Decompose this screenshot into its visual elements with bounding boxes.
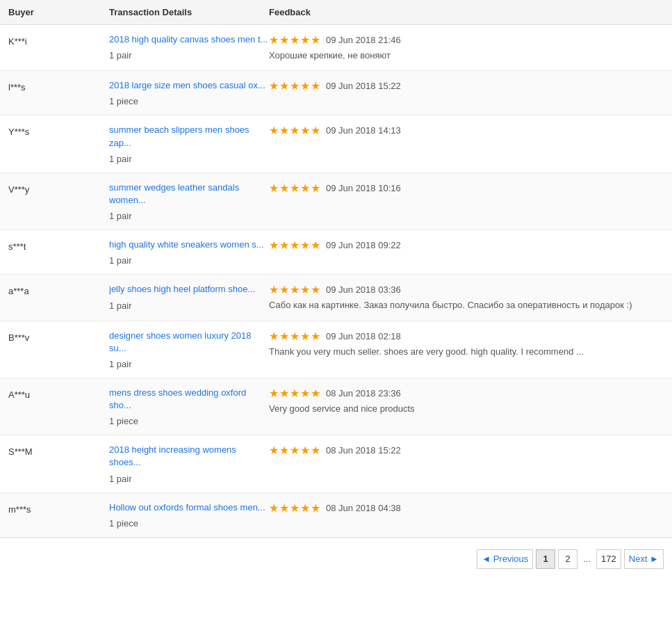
timestamp: 09 Jun 2018 02:18 (326, 331, 401, 341)
star-icon: ★ (279, 239, 289, 252)
star-icon: ★ (300, 283, 310, 296)
star-icon: ★ (269, 387, 279, 400)
transaction-link[interactable]: designer shoes women luxury 2018 su... (109, 330, 252, 353)
star-icon: ★ (300, 79, 310, 92)
table-row: Y***s summer beach slippers men shoes za… (0, 115, 672, 172)
rating-row: ★★★★★ 08 Jun 2018 23:36 (269, 387, 664, 400)
quantity: 1 pair (109, 211, 269, 221)
star-rating: ★★★★★ (269, 444, 320, 457)
feedback-cell: ★★★★★ 09 Jun 2018 15:22 (269, 79, 664, 95)
table-row: s***t high quality white sneakers women … (0, 230, 672, 275)
quantity: 1 piece (109, 96, 269, 106)
quantity: 1 pair (109, 50, 269, 61)
feedback-cell: ★★★★★ 09 Jun 2018 21:46 Хорошие крепкие,… (269, 33, 664, 62)
star-icon: ★ (311, 182, 320, 195)
previous-button[interactable]: ◄ Previous (477, 549, 533, 569)
buyer-name: B***v (8, 330, 109, 343)
star-icon: ★ (290, 33, 300, 47)
rating-row: ★★★★★ 09 Jun 2018 09:22 (269, 239, 664, 252)
star-icon: ★ (311, 79, 320, 92)
star-icon: ★ (311, 387, 320, 400)
table-row: m***s Hollow out oxfords formal shoes me… (0, 493, 672, 538)
table-row: B***v designer shoes women luxury 2018 s… (0, 321, 672, 378)
timestamp: 08 Jun 2018 04:38 (326, 503, 401, 513)
rating-row: ★★★★★ 09 Jun 2018 10:16 (269, 182, 664, 195)
transaction-link[interactable]: high quality white sneakers women s... (109, 239, 264, 250)
quantity: 1 pair (109, 154, 269, 164)
star-rating: ★★★★★ (269, 239, 320, 252)
transaction-cell: mens dress shoes wedding oxford sho... 1… (109, 387, 269, 426)
star-icon: ★ (290, 79, 300, 92)
star-icon: ★ (311, 501, 320, 515)
buyer-name: V***y (8, 182, 109, 195)
transaction-link[interactable]: 2018 height increasing womens shoes... (109, 444, 236, 467)
star-icon: ★ (311, 33, 320, 47)
star-rating: ★★★★★ (269, 33, 320, 47)
star-icon: ★ (269, 182, 279, 195)
page-172-button[interactable]: 172 (596, 549, 621, 569)
rating-row: ★★★★★ 09 Jun 2018 21:46 (269, 33, 664, 47)
page-2-button[interactable]: 2 (558, 549, 577, 569)
star-icon: ★ (290, 124, 300, 137)
star-icon: ★ (279, 79, 289, 92)
transaction-link[interactable]: summer wedges leather sandals women... (109, 182, 239, 205)
buyer-name: s***t (8, 239, 109, 252)
pagination: ◄ Previous 1 2 ... 172 Next ► (0, 538, 672, 580)
transaction-cell: designer shoes women luxury 2018 su... 1… (109, 330, 269, 369)
star-rating: ★★★★★ (269, 501, 320, 515)
buyer-name: S***M (8, 444, 109, 457)
star-rating: ★★★★★ (269, 387, 320, 400)
transaction-link[interactable]: 2018 large size men shoes casual ox... (109, 80, 265, 90)
transaction-link[interactable]: jelly shoes high heel platform shoe... (109, 284, 255, 294)
transaction-link[interactable]: summer beach slippers men shoes zap... (109, 124, 249, 147)
buyer-name: a***a (8, 283, 109, 296)
star-icon: ★ (300, 501, 310, 515)
star-icon: ★ (290, 444, 300, 457)
transaction-link[interactable]: 2018 high quality canvas shoes men t... (109, 34, 268, 45)
rating-row: ★★★★★ 08 Jun 2018 15:22 (269, 444, 664, 457)
buyer-name: A***u (8, 387, 109, 400)
table-header: Buyer Transaction Details Feedback (0, 0, 672, 25)
star-icon: ★ (269, 239, 279, 252)
star-icon: ★ (279, 330, 289, 343)
star-icon: ★ (279, 182, 289, 195)
transaction-cell: 2018 height increasing womens shoes... 1… (109, 444, 269, 483)
star-icon: ★ (269, 501, 279, 515)
transaction-cell: Hollow out oxfords formal shoes men... 1… (109, 501, 269, 529)
page-1-button[interactable]: 1 (536, 549, 555, 569)
quantity: 1 pair (109, 255, 269, 266)
quantity: 1 pair (109, 300, 269, 311)
timestamp: 08 Jun 2018 15:22 (326, 445, 401, 456)
star-icon: ★ (311, 330, 320, 343)
star-icon: ★ (269, 444, 279, 457)
timestamp: 09 Jun 2018 15:22 (326, 81, 401, 91)
next-button[interactable]: Next ► (624, 549, 664, 569)
header-buyer: Buyer (8, 7, 109, 17)
star-icon: ★ (269, 330, 279, 343)
feedback-text: Сабо как на картинке. Заказ получила быс… (269, 299, 664, 312)
transaction-link[interactable]: mens dress shoes wedding oxford sho... (109, 387, 246, 410)
feedback-cell: ★★★★★ 08 Jun 2018 23:36 Very good servic… (269, 387, 664, 415)
star-icon: ★ (269, 33, 279, 47)
feedback-cell: ★★★★★ 09 Jun 2018 03:36 Сабо как на карт… (269, 283, 664, 312)
table-row: a***a jelly shoes high heel platform sho… (0, 275, 672, 321)
star-icon: ★ (311, 239, 320, 252)
feedback-cell: ★★★★★ 08 Jun 2018 04:38 (269, 501, 664, 517)
feedback-text: Thank you very much seller. shoes are ve… (269, 346, 664, 358)
timestamp: 09 Jun 2018 10:16 (326, 183, 401, 193)
star-icon: ★ (269, 79, 279, 92)
star-rating: ★★★★★ (269, 182, 320, 195)
transaction-cell: summer wedges leather sandals women... 1… (109, 182, 269, 221)
rating-row: ★★★★★ 09 Jun 2018 03:36 (269, 283, 664, 296)
star-icon: ★ (269, 124, 279, 137)
star-icon: ★ (300, 444, 310, 457)
timestamp: 09 Jun 2018 21:46 (326, 35, 401, 45)
star-rating: ★★★★★ (269, 79, 320, 92)
rating-row: ★★★★★ 09 Jun 2018 02:18 (269, 330, 664, 343)
table-row: l***s 2018 large size men shoes casual o… (0, 71, 672, 115)
transaction-link[interactable]: Hollow out oxfords formal shoes men... (109, 502, 265, 513)
star-rating: ★★★★★ (269, 283, 320, 296)
timestamp: 09 Jun 2018 09:22 (326, 240, 401, 250)
transaction-cell: summer beach slippers men shoes zap... 1… (109, 124, 269, 163)
header-feedback: Feedback (269, 7, 664, 17)
